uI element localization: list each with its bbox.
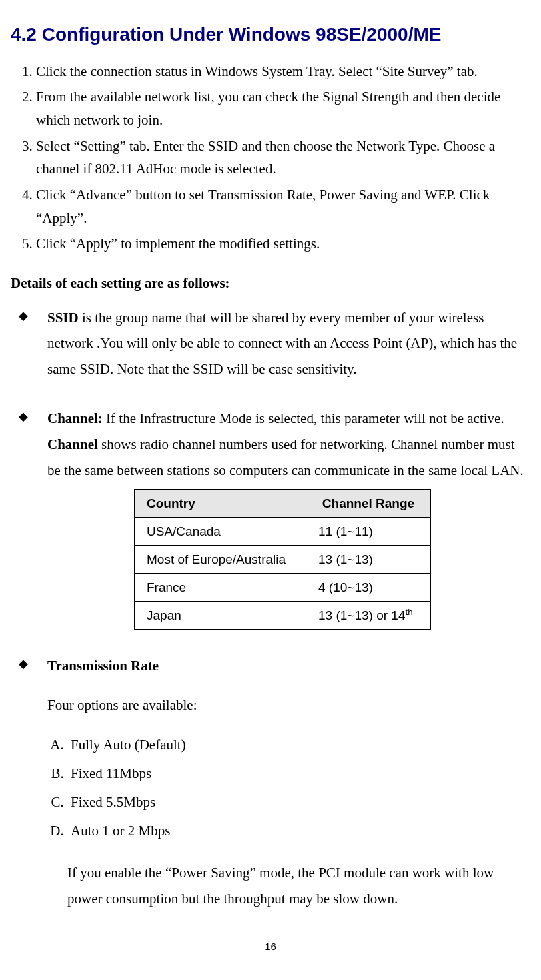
table-cell-country: Japan bbox=[135, 602, 306, 630]
channel-text1: If the Infrastructure Mode is selected, … bbox=[103, 410, 504, 426]
ssid-text: is the group name that will be shared by… bbox=[47, 310, 517, 378]
tx-note: If you enable the “Power Saving” mode, t… bbox=[67, 860, 530, 912]
table-header-range: Channel Range bbox=[306, 489, 431, 517]
tx-option: Auto 1 or 2 Mbps bbox=[67, 818, 530, 844]
page-number: 16 bbox=[11, 939, 530, 955]
table-row: Most of Europe/Australia 13 (1~13) bbox=[135, 545, 431, 573]
step-item: Click the connection status in Windows S… bbox=[36, 60, 530, 83]
tx-intro: Four options are available: bbox=[47, 692, 530, 718]
channel-label: Channel: bbox=[47, 410, 103, 426]
step-item: Click “Apply” to implement the modified … bbox=[36, 232, 530, 256]
ssid-label: SSID bbox=[47, 310, 79, 326]
step-item: From the available network list, you can… bbox=[36, 85, 530, 131]
transmission-rate-item: Transmission Rate Four options are avail… bbox=[11, 653, 530, 912]
ssid-item: SSID is the group name that will be shar… bbox=[11, 305, 530, 383]
table-cell-range: 4 (10~13) bbox=[306, 574, 431, 602]
section-heading: 4.2 Configuration Under Windows 98SE/200… bbox=[11, 20, 530, 50]
table-cell-range: 13 (1~13) or 14th bbox=[306, 602, 431, 630]
table-cell-range: 11 (1~11) bbox=[306, 517, 431, 545]
details-heading: Details of each setting are as follows: bbox=[11, 272, 530, 295]
table-row: USA/Canada 11 (1~11) bbox=[135, 517, 431, 545]
channel-table: Country Channel Range USA/Canada 11 (1~1… bbox=[134, 489, 431, 630]
step-item: Click “Advance” button to set Transmissi… bbox=[36, 183, 530, 229]
tx-option: Fully Auto (Default) bbox=[67, 732, 530, 758]
channel-item: Channel: If the Infrastructure Mode is s… bbox=[11, 406, 530, 630]
tx-option: Fixed 5.5Mbps bbox=[67, 789, 530, 815]
table-cell-country: Most of Europe/Australia bbox=[135, 545, 306, 573]
tx-option: Fixed 11Mbps bbox=[67, 761, 530, 787]
tx-label: Transmission Rate bbox=[47, 658, 159, 674]
table-row: Japan 13 (1~13) or 14th bbox=[135, 602, 431, 630]
table-cell-country: USA/Canada bbox=[135, 517, 306, 545]
tx-options-list: Fully Auto (Default) Fixed 11Mbps Fixed … bbox=[47, 732, 530, 843]
channel-bold2: Channel bbox=[47, 436, 98, 452]
table-cell-country: France bbox=[135, 574, 306, 602]
table-cell-range: 13 (1~13) bbox=[306, 545, 431, 573]
channel-text2: shows radio channel numbers used for net… bbox=[47, 436, 524, 478]
table-header-row: Country Channel Range bbox=[135, 489, 431, 517]
details-list: SSID is the group name that will be shar… bbox=[11, 305, 530, 913]
table-header-country: Country bbox=[135, 489, 306, 517]
step-item: Select “Setting” tab. Enter the SSID and… bbox=[36, 135, 530, 181]
table-row: France 4 (10~13) bbox=[135, 574, 431, 602]
steps-list: Click the connection status in Windows S… bbox=[11, 60, 530, 256]
